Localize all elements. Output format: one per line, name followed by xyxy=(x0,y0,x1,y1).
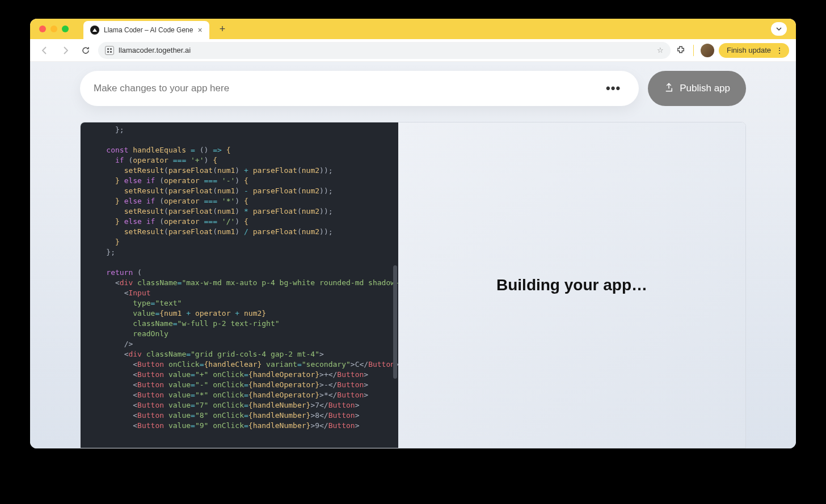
kebab-menu-icon[interactable]: ⋮ xyxy=(776,46,783,55)
toolbar-divider xyxy=(693,45,694,56)
svg-rect-0 xyxy=(107,48,109,50)
site-info-icon[interactable] xyxy=(105,46,114,55)
svg-rect-1 xyxy=(110,48,112,50)
update-label: Finish update xyxy=(727,46,771,54)
back-button[interactable] xyxy=(37,43,53,58)
page-content: ••• Publish app }; const handleEquals = … xyxy=(30,62,796,448)
svg-rect-2 xyxy=(107,51,109,53)
close-window-button[interactable] xyxy=(39,26,46,32)
scrollbar-thumb[interactable] xyxy=(393,265,397,379)
titlebar: Llama Coder – AI Code Gene × + xyxy=(30,19,796,39)
minimize-window-button[interactable] xyxy=(50,26,57,32)
close-tab-button[interactable]: × xyxy=(197,26,202,35)
tab-favicon-icon xyxy=(90,26,99,35)
building-status-text: Building your app… xyxy=(496,276,647,294)
forward-button[interactable] xyxy=(57,43,73,58)
code-editor[interactable]: }; const handleEquals = () => { if (oper… xyxy=(81,122,398,448)
share-icon xyxy=(664,82,674,95)
more-options-button[interactable]: ••• xyxy=(601,81,625,96)
tab-title: Llama Coder – AI Code Gene xyxy=(104,26,193,34)
svg-rect-3 xyxy=(110,51,112,53)
browser-window: Llama Coder – AI Code Gene × + llamacode… xyxy=(30,19,796,448)
profile-avatar[interactable] xyxy=(701,44,714,57)
app-header: ••• Publish app xyxy=(80,71,746,106)
browser-tab[interactable]: Llama Coder – AI Code Gene × xyxy=(83,21,209,39)
publish-app-button[interactable]: Publish app xyxy=(648,71,746,106)
prompt-input[interactable] xyxy=(94,83,601,94)
tabs-dropdown-button[interactable] xyxy=(771,22,787,36)
code-content: }; const handleEquals = () => { if (oper… xyxy=(81,122,398,439)
address-bar[interactable]: llamacoder.together.ai ☆ xyxy=(98,42,671,59)
window-controls xyxy=(39,26,69,32)
workspace: }; const handleEquals = () => { if (oper… xyxy=(80,122,746,448)
finish-update-button[interactable]: Finish update ⋮ xyxy=(719,43,789,58)
new-tab-button[interactable]: + xyxy=(220,23,226,35)
preview-pane: Building your app… xyxy=(398,122,745,448)
extensions-icon[interactable] xyxy=(675,45,686,56)
maximize-window-button[interactable] xyxy=(62,26,69,32)
publish-label: Publish app xyxy=(680,83,730,94)
reload-button[interactable] xyxy=(78,43,94,58)
url-text: llamacoder.together.ai xyxy=(119,46,191,54)
browser-toolbar: llamacoder.together.ai ☆ Finish update ⋮ xyxy=(30,39,796,62)
prompt-bar: ••• xyxy=(80,71,639,106)
bookmark-star-icon[interactable]: ☆ xyxy=(657,46,664,54)
